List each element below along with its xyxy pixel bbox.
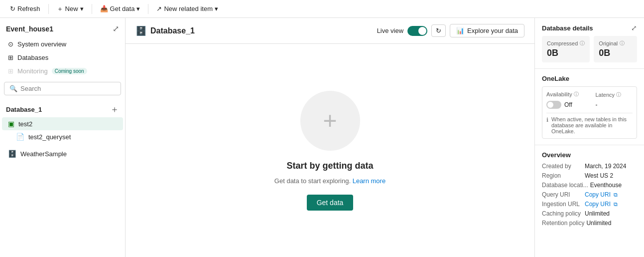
overview-row: Caching policyUnlimited (542, 210, 637, 217)
get-data-main-button[interactable]: Get data (307, 195, 354, 211)
compressed-label: Compressed ⓘ (547, 40, 585, 47)
overview-title: Overview (542, 151, 637, 159)
overview-value: March, 19 2024 (585, 163, 626, 170)
copy-icon[interactable]: ⧉ (614, 192, 618, 198)
overview-rows: Created byMarch, 19 2024RegionWest US 2D… (542, 163, 637, 227)
explore-icon: 📊 (456, 27, 464, 34)
plus-icon: ＋ (57, 4, 63, 13)
plus-circle[interactable]: + (300, 91, 360, 151)
overview-value[interactable]: Copy URI (585, 201, 611, 208)
chevron-down-icon-3: ▾ (215, 5, 218, 12)
sidebar-item-databases[interactable]: ⊞ Databases (4, 51, 121, 64)
get-data-button[interactable]: 📥 Get data ▾ (96, 3, 144, 14)
compressed-value: 0B (547, 48, 585, 58)
overview-key: Caching policy (542, 210, 583, 217)
sidebar-item-system-overview[interactable]: ⊙ System overview (4, 37, 121, 51)
new-button[interactable]: ＋ New ▾ (53, 2, 88, 15)
database-details-title: Database details (542, 24, 593, 32)
storage-grid: Compressed ⓘ 0B Original ⓘ 0B (542, 36, 637, 62)
overview-key: Region (542, 172, 583, 179)
overview-row: Retention policyUnlimited (542, 220, 637, 227)
overview-row: Database locati...Eventhouse (542, 182, 637, 189)
overview-key: Query URI (542, 191, 583, 198)
original-info-icon: ⓘ (620, 40, 625, 47)
live-view-group: Live view (377, 26, 427, 36)
overview-value[interactable]: Copy URI (585, 191, 611, 198)
live-view-toggle[interactable] (407, 26, 427, 36)
overview-row: RegionWest US 2 (542, 172, 637, 179)
database-details-section: Database details ⤢ Compressed ⓘ 0B Origi… (535, 18, 644, 69)
sidebar-item-queryset-label: test2_queryset (28, 133, 71, 141)
chevron-down-icon-2: ▾ (136, 5, 140, 12)
content-header: 🗄️ Database_1 Live view ↻ 📊 Explore your… (126, 18, 534, 44)
databases-icon: ⊞ (8, 54, 13, 61)
divider-3 (148, 4, 148, 14)
sidebar-header: Event_house1 ⤢ (0, 18, 125, 37)
database-details-header: Database details ⤢ (542, 24, 637, 32)
note-icon: ℹ (546, 117, 548, 123)
content-body: + Start by getting data Get data to star… (126, 44, 534, 257)
weather-icon: 🗄️ (8, 150, 16, 158)
onelake-section: OneLake Availability ⓘ Off (535, 69, 644, 145)
overview-row: Ingestion URLCopy URI⧉ (542, 201, 637, 208)
queryset-icon: 📄 (16, 133, 24, 141)
overview-key: Created by (542, 163, 583, 170)
divider-2 (92, 4, 92, 14)
search-icon: 🔍 (9, 85, 17, 92)
compressed-box: Compressed ⓘ 0B (542, 36, 590, 62)
copy-icon[interactable]: ⧉ (614, 201, 618, 208)
coming-soon-badge: Coming soon (52, 68, 87, 74)
learn-more-link[interactable]: Learn more (353, 177, 386, 185)
onelake-note: ℹ When active, new tables in this databa… (546, 113, 633, 134)
sidebar-item-test2-queryset[interactable]: 📄 test2_queryset (2, 130, 123, 143)
explore-button[interactable]: 📊 Explore your data (450, 24, 524, 37)
page-title: Database_1 (150, 26, 195, 35)
overview-key: Ingestion URL (542, 201, 583, 208)
compressed-info-icon: ⓘ (580, 40, 585, 47)
get-data-icon: 📥 (100, 5, 108, 12)
sidebar-search-container[interactable]: 🔍 (4, 82, 121, 95)
sidebar-item-weather-label: WeatherSample (20, 150, 67, 158)
latency-value: - (596, 101, 633, 108)
refresh-content-icon: ↻ (436, 27, 441, 34)
original-value: 0B (599, 48, 632, 58)
overview-value: Unlimited (585, 210, 610, 217)
refresh-button[interactable]: ↻ Refresh (6, 3, 44, 14)
onelake-title: OneLake (542, 75, 637, 82)
refresh-content-button[interactable]: ↻ (431, 24, 446, 37)
sidebar-expand-button[interactable]: ⤢ (113, 24, 119, 33)
table-icon: ▣ (8, 120, 14, 128)
sidebar-item-test2-label: test2 (18, 120, 32, 128)
overview-key: Retention policy (542, 220, 584, 227)
overview-value: West US 2 (585, 172, 613, 179)
new-related-button[interactable]: ↗ New related item ▾ (152, 3, 222, 14)
panel-expand-button[interactable]: ⤢ (631, 24, 637, 32)
overview-row: Query URICopy URI⧉ (542, 191, 637, 198)
toolbar: ↻ Refresh ＋ New ▾ 📥 Get data ▾ ↗ New rel… (0, 0, 644, 18)
database-icon: 🗄️ (135, 25, 146, 36)
overview-value: Eventhouse (590, 182, 622, 189)
live-view-label: Live view (377, 27, 403, 34)
sidebar: Event_house1 ⤢ ⊙ System overview ⊞ Datab… (0, 18, 126, 257)
sidebar-add-button[interactable]: ＋ (110, 103, 119, 115)
content-title: 🗄️ Database_1 (135, 25, 195, 36)
refresh-icon: ↻ (10, 5, 15, 12)
sidebar-item-test2[interactable]: ▣ test2 (2, 117, 123, 130)
external-link-icon: ↗ (156, 5, 162, 12)
original-label: Original ⓘ (599, 40, 632, 47)
onelake-toggle[interactable] (546, 101, 561, 109)
right-panel: Database details ⤢ Compressed ⓘ 0B Origi… (534, 18, 644, 257)
plus-symbol: + (323, 107, 337, 134)
sidebar-item-weathersample[interactable]: 🗄️ WeatherSample (2, 147, 123, 160)
search-input[interactable] (20, 85, 116, 92)
original-box: Original ⓘ 0B (594, 36, 637, 62)
overview-section: Overview Created byMarch, 19 2024RegionW… (535, 145, 644, 235)
sidebar-title: Event_house1 (6, 25, 53, 33)
start-heading: Start by getting data (286, 161, 373, 171)
sidebar-item-monitoring: ⊞ Monitoring Coming soon (4, 64, 121, 78)
content-area: 🗄️ Database_1 Live view ↻ 📊 Explore your… (126, 18, 534, 257)
overview-row: Created byMarch, 19 2024 (542, 163, 637, 170)
availability-value: Off (564, 101, 572, 108)
divider-1 (48, 4, 49, 14)
latency-col: Latency ⓘ - (596, 91, 633, 108)
